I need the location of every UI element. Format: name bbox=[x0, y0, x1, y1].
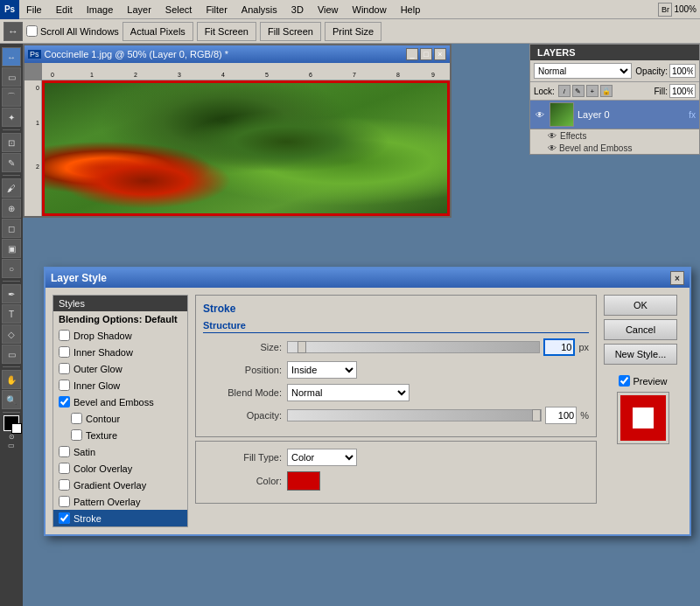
color-overlay-checkbox[interactable] bbox=[59, 463, 70, 474]
menu-layer[interactable]: Layer bbox=[120, 0, 158, 18]
dialog-body: Styles Blending Options: Default Drop Sh… bbox=[46, 288, 690, 534]
outer-glow-item[interactable]: Outer Glow bbox=[53, 360, 187, 377]
stroke-item[interactable]: Stroke bbox=[53, 510, 187, 526]
actual-pixels-btn[interactable]: Actual Pixels bbox=[122, 22, 193, 41]
hand-tool[interactable]: ✋ bbox=[2, 370, 21, 389]
layers-lock-row: Lock: / ✎ + 🔒 Fill: bbox=[530, 82, 699, 101]
scroll-all-windows-checkbox[interactable] bbox=[26, 25, 38, 37]
new-style-button[interactable]: New Style... bbox=[604, 344, 677, 365]
dialog-close-btn[interactable]: × bbox=[670, 271, 684, 285]
magic-wand-tool[interactable]: ✦ bbox=[2, 108, 21, 127]
quickmask-btn[interactable]: ⊙ bbox=[9, 433, 15, 441]
move-tool[interactable]: ↔ bbox=[2, 47, 21, 66]
menu-edit[interactable]: Edit bbox=[49, 0, 80, 18]
opacity-slider[interactable] bbox=[287, 409, 542, 421]
brush-tool[interactable]: 🖌 bbox=[2, 178, 21, 198]
path-tool[interactable]: ◇ bbox=[2, 324, 21, 344]
lock-image-icon[interactable]: ✎ bbox=[572, 85, 584, 97]
drop-shadow-item[interactable]: Drop Shadow bbox=[53, 327, 187, 344]
stroke-checkbox[interactable] bbox=[59, 512, 70, 524]
satin-checkbox[interactable] bbox=[59, 446, 70, 457]
effects-eye-icon: 👁 bbox=[548, 131, 556, 141]
shape-tool[interactable]: ▭ bbox=[2, 345, 21, 364]
drop-shadow-checkbox[interactable] bbox=[59, 330, 70, 341]
color-swatch[interactable] bbox=[287, 471, 320, 491]
doc-minimize-btn[interactable]: _ bbox=[406, 48, 418, 60]
lock-position-icon[interactable]: + bbox=[586, 85, 598, 97]
menu-file[interactable]: File bbox=[19, 0, 49, 18]
lock-label: Lock: bbox=[534, 87, 555, 96]
menu-view[interactable]: View bbox=[311, 0, 346, 18]
size-row: Size: px bbox=[203, 338, 589, 356]
menu-filter[interactable]: Filter bbox=[199, 0, 234, 18]
blend-mode-select[interactable]: Normal Dissolve Multiply bbox=[287, 384, 410, 401]
menu-image[interactable]: Image bbox=[80, 0, 121, 18]
position-select[interactable]: Inside Outside Center bbox=[287, 361, 357, 379]
inner-glow-item[interactable]: Inner Glow bbox=[53, 377, 187, 394]
dodge-tool[interactable]: ○ bbox=[2, 259, 21, 278]
screen-mode-btn[interactable]: ▭ bbox=[8, 442, 15, 449]
gradient-tool[interactable]: ▣ bbox=[2, 239, 21, 258]
bridge-btn[interactable]: Br bbox=[658, 3, 672, 17]
inner-glow-checkbox[interactable] bbox=[59, 380, 70, 391]
size-input[interactable] bbox=[543, 338, 575, 356]
contour-item[interactable]: Contour bbox=[53, 410, 187, 427]
text-tool[interactable]: T bbox=[2, 304, 21, 324]
color-overlay-item[interactable]: Color Overlay bbox=[53, 460, 187, 477]
foreground-color[interactable] bbox=[4, 415, 19, 431]
tool-icon[interactable]: ↔ bbox=[4, 22, 23, 41]
eraser-tool[interactable]: ◻ bbox=[2, 219, 21, 238]
bevel-emboss-checkbox[interactable] bbox=[59, 396, 70, 407]
clone-tool[interactable]: ⊕ bbox=[2, 199, 21, 218]
menu-3d[interactable]: 3D bbox=[284, 0, 311, 18]
toolbar: ↔ ▭ ⌒ ✦ ⊡ ✎ 🖌 ⊕ ◻ ▣ ○ ✒ T ◇ ▭ ✋ 🔍 ⊙ ▭ bbox=[0, 44, 23, 606]
marquee-tool[interactable]: ▭ bbox=[2, 67, 21, 87]
opacity-input[interactable] bbox=[545, 407, 577, 424]
ok-button[interactable]: OK bbox=[604, 295, 677, 316]
texture-checkbox[interactable] bbox=[71, 429, 82, 441]
inner-shadow-checkbox[interactable] bbox=[59, 346, 70, 358]
lock-transparent-icon[interactable]: / bbox=[558, 85, 570, 97]
doc-close-btn[interactable]: × bbox=[434, 48, 446, 60]
gradient-overlay-checkbox[interactable] bbox=[59, 479, 70, 491]
bevel-emboss-item[interactable]: Bevel and Emboss bbox=[53, 394, 187, 410]
print-size-btn[interactable]: Print Size bbox=[325, 22, 382, 41]
color-overlay-label: Color Overlay bbox=[74, 463, 132, 474]
gradient-overlay-item[interactable]: Gradient Overlay bbox=[53, 477, 187, 493]
satin-item[interactable]: Satin bbox=[53, 443, 187, 460]
zoom-tool[interactable]: 🔍 bbox=[2, 390, 21, 409]
lasso-tool[interactable]: ⌒ bbox=[2, 87, 21, 107]
lock-all-icon[interactable]: 🔒 bbox=[600, 85, 612, 97]
menu-window[interactable]: Window bbox=[346, 0, 394, 18]
doc-maximize-btn[interactable]: □ bbox=[420, 48, 432, 60]
cancel-button[interactable]: Cancel bbox=[604, 319, 677, 340]
background-color[interactable] bbox=[11, 423, 22, 434]
layer-visibility-toggle[interactable]: 👁 bbox=[534, 108, 546, 121]
eyedropper-tool[interactable]: ✎ bbox=[2, 153, 21, 172]
layer-item-0[interactable]: 👁 Layer 0 fx bbox=[530, 101, 699, 129]
outer-glow-checkbox[interactable] bbox=[59, 363, 70, 374]
stroke-style-label: Stroke bbox=[74, 513, 102, 524]
layers-opacity-input[interactable] bbox=[669, 64, 696, 78]
pattern-overlay-item[interactable]: Pattern Overlay bbox=[53, 493, 187, 510]
ruler-horizontal: 0 1 2 3 4 5 6 7 8 9 bbox=[42, 63, 450, 80]
crop-tool[interactable]: ⊡ bbox=[2, 133, 21, 152]
blending-options-item[interactable]: Blending Options: Default bbox=[53, 311, 187, 327]
pen-tool[interactable]: ✒ bbox=[2, 284, 21, 303]
menu-help[interactable]: Help bbox=[394, 0, 428, 18]
fit-screen-btn[interactable]: Fit Screen bbox=[197, 22, 256, 41]
fill-type-select[interactable]: Color Gradient Pattern bbox=[287, 449, 357, 466]
inner-shadow-item[interactable]: Inner Shadow bbox=[53, 344, 187, 360]
contour-checkbox[interactable] bbox=[71, 413, 82, 424]
menu-select[interactable]: Select bbox=[158, 0, 200, 18]
fill-screen-btn[interactable]: Fill Screen bbox=[260, 22, 321, 41]
texture-item[interactable]: Texture bbox=[53, 427, 187, 443]
layers-fill-input[interactable] bbox=[669, 84, 696, 98]
preview-checkbox[interactable] bbox=[619, 375, 630, 387]
canvas-image[interactable] bbox=[42, 80, 450, 216]
layers-blend-mode-select[interactable]: Normal bbox=[534, 63, 632, 79]
scroll-all-windows-label[interactable]: Scroll All Windows bbox=[26, 25, 119, 37]
menu-analysis[interactable]: Analysis bbox=[234, 0, 284, 18]
pattern-overlay-checkbox[interactable] bbox=[59, 496, 70, 507]
size-slider[interactable] bbox=[287, 341, 540, 353]
